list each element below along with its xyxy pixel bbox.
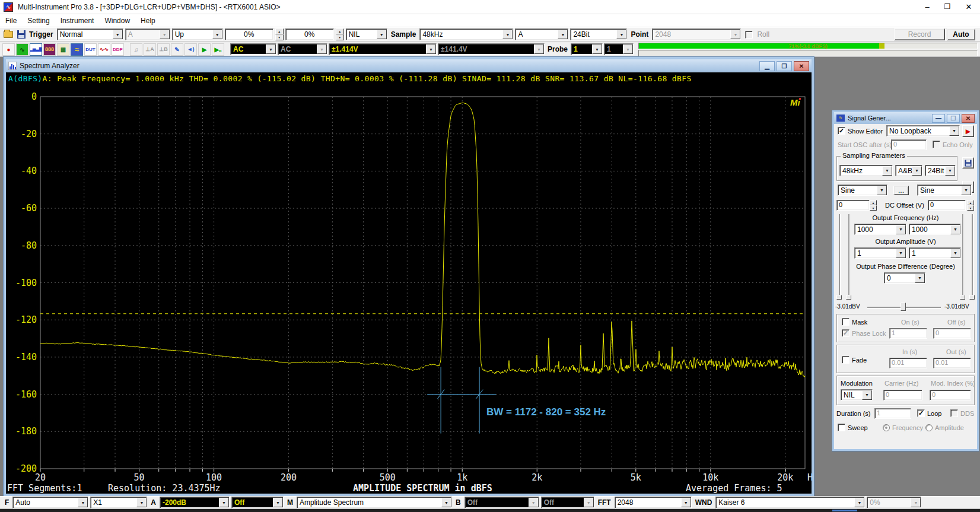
- trigger-level-spinner[interactable]: ▲▼: [275, 28, 284, 40]
- trigger-delay-spinner[interactable]: ▲▼: [336, 28, 344, 40]
- range-a-display-combo[interactable]: -200dB▼: [160, 497, 230, 508]
- svg-text:-80: -80: [21, 240, 37, 251]
- menu-instrument[interactable]: Instrument: [55, 17, 100, 25]
- modulation-label: Modulation: [841, 380, 873, 387]
- wave-file-button[interactable]: ...: [893, 186, 909, 195]
- fft-points-combo[interactable]: 2048▼: [615, 497, 692, 508]
- menu-window[interactable]: Window: [99, 17, 135, 25]
- dc-offset-b-spinner[interactable]: ▲▼: [967, 200, 974, 211]
- show-editor-checkbox[interactable]: ✓: [838, 127, 845, 135]
- window-function-combo[interactable]: Kaiser 6▼: [715, 497, 865, 508]
- sample-rate-combo[interactable]: 48kHz▼: [419, 28, 513, 40]
- level-slider-b2[interactable]: [972, 214, 973, 300]
- siggen-bits-combo[interactable]: 24Bit▼: [925, 165, 956, 176]
- run-icon[interactable]: ▶: [198, 43, 211, 56]
- mode-combo[interactable]: Amplitude Spectrum▼: [297, 497, 452, 508]
- menu-help[interactable]: Help: [135, 17, 161, 25]
- menu-setting[interactable]: Setting: [22, 17, 55, 25]
- spectrum-close-button[interactable]: ✕: [794, 61, 809, 71]
- menu-file[interactable]: File: [0, 17, 22, 25]
- amplitude-b-combo[interactable]: 1▼: [909, 247, 961, 259]
- amplitude-a-combo[interactable]: 1▼: [854, 247, 906, 259]
- sweep-frequency-label: Frequency: [892, 424, 923, 431]
- phase-combo[interactable]: 0▼: [884, 272, 925, 284]
- bit-depth-combo[interactable]: 24Bit▼: [570, 28, 627, 40]
- carrier-label: Carrier (Hz): [884, 380, 918, 387]
- siggen-save-button[interactable]: [962, 157, 974, 168]
- dc-offset-a-input[interactable]: 0: [836, 200, 870, 211]
- freq-axis-combo[interactable]: Auto▼: [12, 497, 88, 508]
- zoom-combo[interactable]: X1▼: [90, 497, 147, 508]
- main-title-bar: Multi-Instrument Pro 3.8 - [+3DP+DLG+LCR…: [0, 0, 980, 14]
- siggen-title-bar[interactable]: ≈ Signal Gener... — ❐ ✕: [834, 112, 977, 124]
- level-slider-b1[interactable]: [962, 214, 963, 300]
- sweep-checkbox[interactable]: [838, 424, 845, 431]
- run-loop-icon[interactable]: ▶ₒ: [212, 43, 224, 56]
- siggen-channels-combo[interactable]: A&B▼: [895, 165, 922, 176]
- frequency-a-combo[interactable]: 1000▼: [854, 224, 906, 235]
- limit-b-icon: ⊥B: [157, 43, 170, 56]
- fade-out-label: Out (s): [946, 348, 966, 355]
- auto-button[interactable]: Auto: [947, 28, 975, 40]
- show-editor-label: Show Editor: [848, 128, 883, 135]
- open-icon[interactable]: [4, 31, 13, 38]
- trigger-level-field[interactable]: 0%: [225, 28, 273, 40]
- slider-handle-b2[interactable]: [969, 295, 975, 300]
- record-icon[interactable]: ●: [2, 43, 15, 56]
- mask-checkbox[interactable]: [842, 318, 849, 326]
- spectrum-analyzer-icon[interactable]: ▂▅▃▇: [30, 43, 42, 56]
- save-icon[interactable]: [17, 30, 26, 39]
- ddp-viewer-icon[interactable]: DDP: [112, 43, 124, 56]
- trigger-mode-combo[interactable]: Normal▼: [57, 28, 123, 40]
- sample-channel-combo[interactable]: A▼: [515, 28, 568, 40]
- sound-output-icon[interactable]: ◄): [184, 43, 197, 56]
- spectrum-restore-button[interactable]: ❐: [777, 61, 792, 71]
- slider-handle-a2[interactable]: [846, 295, 851, 300]
- fade-checkbox[interactable]: [842, 356, 849, 364]
- hpf-combo[interactable]: NIL▼: [346, 28, 387, 40]
- balance-slider-handle[interactable]: [901, 303, 906, 311]
- dc-offset-b-input[interactable]: 0: [928, 200, 966, 211]
- device-test-plan-icon[interactable]: ▦: [57, 43, 69, 56]
- frequency-b-combo[interactable]: 1000▼: [909, 224, 961, 235]
- slider-handle-b1[interactable]: [960, 295, 965, 300]
- close-button[interactable]: ✕: [957, 2, 980, 11]
- siggen-close-button[interactable]: ✕: [962, 114, 975, 123]
- level-left-label: -3.01dBV: [835, 303, 860, 310]
- minimize-button[interactable]: –: [917, 2, 937, 11]
- modulation-combo[interactable]: NIL▼: [841, 389, 873, 400]
- level-slider-a2[interactable]: [848, 214, 849, 300]
- siggen-run-button[interactable]: ▶: [962, 125, 974, 137]
- dut-icon[interactable]: DUT: [84, 43, 97, 56]
- siggen-minimize-button[interactable]: —: [932, 114, 945, 123]
- range-a-combo[interactable]: ±1.414V▼: [329, 43, 437, 55]
- sweep-amplitude-label: Amplitude: [935, 424, 964, 431]
- coupling-a-combo[interactable]: AC▼: [230, 43, 276, 55]
- wave-a-combo[interactable]: Sine▼: [838, 185, 887, 196]
- probe-a-combo[interactable]: 1▼: [571, 43, 603, 55]
- trigger-delay-field[interactable]: 0%: [285, 28, 334, 40]
- derived-curve-icon[interactable]: ∿∿: [98, 43, 110, 56]
- f-label: F: [3, 498, 11, 507]
- loopback-combo[interactable]: No Loopback▼: [886, 125, 960, 136]
- maximize-button[interactable]: ❐: [937, 2, 957, 11]
- spectrum-title-bar[interactable]: Spectrum Analyzer ▁ ❐ ✕: [6, 59, 812, 72]
- calibration-icon[interactable]: ✎: [171, 43, 183, 56]
- siggen-rate-combo[interactable]: 48kHz▼: [839, 165, 893, 176]
- loop-checkbox[interactable]: ✓: [917, 409, 925, 417]
- multimeter-icon[interactable]: 888: [43, 43, 56, 56]
- wave-b-combo[interactable]: Sine▼: [917, 185, 972, 196]
- svg-text:BW = 1172 - 820 = 352 Hz: BW = 1172 - 820 = 352 Hz: [486, 406, 606, 418]
- dc-offset-label: DC Offset (V): [885, 202, 924, 209]
- level-slider-a1[interactable]: [839, 214, 840, 300]
- trigger-edge-combo[interactable]: Up▼: [172, 28, 223, 40]
- signal-generator-icon[interactable]: ≈: [71, 43, 83, 56]
- spectrum-plot-area[interactable]: 0-20-40-60-80-100-120-140-160-180-200205…: [6, 85, 812, 494]
- svg-text:Hz: Hz: [807, 472, 812, 483]
- oscilloscope-icon[interactable]: ∿: [16, 43, 28, 56]
- spectrum-minimize-button[interactable]: ▁: [759, 61, 775, 71]
- smooth-a-combo[interactable]: Off▼: [231, 497, 284, 508]
- loop-label: Loop: [927, 410, 941, 417]
- slider-handle-a1[interactable]: [836, 295, 842, 300]
- dc-offset-a-spinner[interactable]: ▲▼: [870, 200, 877, 211]
